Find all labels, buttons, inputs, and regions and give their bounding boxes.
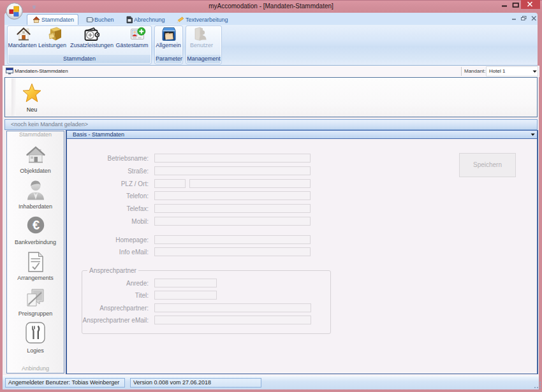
svg-text:€: € xyxy=(33,218,40,232)
